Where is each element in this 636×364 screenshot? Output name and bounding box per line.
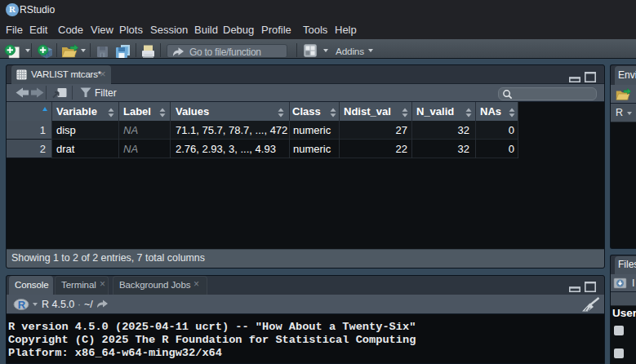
- svg-text:R: R: [18, 299, 26, 311]
